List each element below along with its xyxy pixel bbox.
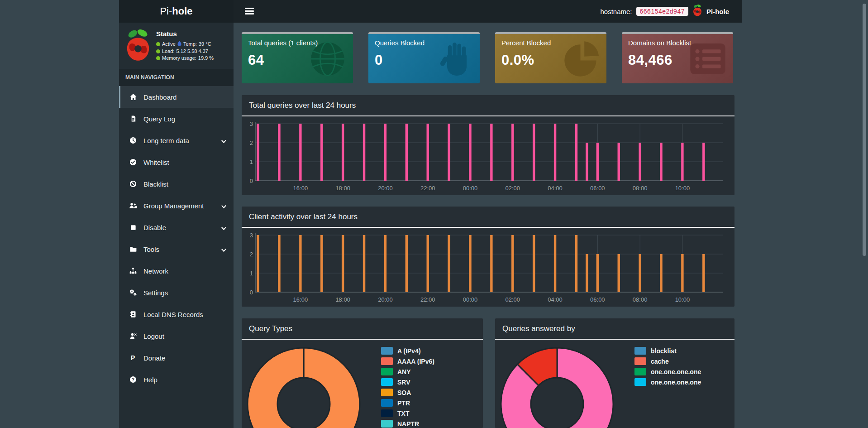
- legend-item-ptr[interactable]: PTR: [381, 398, 434, 408]
- sidebar-item-settings[interactable]: Settings: [119, 282, 234, 303]
- legend-item-one-one-one-one[interactable]: one.one.one.one: [634, 366, 701, 377]
- legend-item-txt[interactable]: TXT: [381, 408, 434, 418]
- legend-swatch: [381, 368, 393, 375]
- legend-item-srv[interactable]: SRV: [381, 377, 434, 387]
- file-text-icon: [129, 115, 138, 122]
- legend-swatch: [381, 357, 393, 365]
- svg-text:16:00: 16:00: [293, 296, 308, 303]
- sidebar-item-help[interactable]: ?Help: [119, 369, 234, 390]
- stat-card-value: 84,466: [628, 52, 727, 68]
- sidebar-item-label: Group Management: [143, 202, 204, 210]
- sidebar-item-disable[interactable]: Disable: [119, 216, 234, 238]
- sidebar-item-tools[interactable]: Tools: [119, 238, 234, 260]
- stat-card-domains-on-blocklist[interactable]: Domains on Blocklist84,466: [622, 32, 733, 83]
- query-types-donut-chart[interactable]: [242, 339, 483, 428]
- stat-card-total-queries-1-clients[interactable]: Total queries (1 clients)64: [242, 32, 353, 83]
- svg-text:P: P: [131, 354, 135, 361]
- svg-text:06:00: 06:00: [590, 296, 605, 303]
- check-circle-icon: [129, 159, 138, 166]
- svg-text:?: ?: [132, 377, 134, 382]
- svg-text:06:00: 06:00: [590, 185, 605, 192]
- paypal-icon: P: [129, 354, 138, 361]
- sidebar-item-logout[interactable]: Logout: [119, 325, 234, 347]
- svg-text:0: 0: [250, 178, 253, 184]
- svg-text:3: 3: [250, 120, 253, 127]
- stat-card-queries-blocked[interactable]: Queries Blocked0: [368, 32, 480, 83]
- hostname-badge: 666154e2d947: [636, 7, 688, 16]
- sidebar-item-donate[interactable]: PDonate: [119, 347, 234, 369]
- legend-label: one.one.one.one: [651, 368, 701, 375]
- svg-text:02:00: 02:00: [506, 296, 520, 303]
- legend-swatch: [381, 409, 393, 417]
- status-dot-icon: [156, 49, 160, 53]
- legend-item-one-one-one-one[interactable]: one.one.one.one: [634, 377, 701, 387]
- legend-item-soa[interactable]: SOA: [381, 387, 434, 398]
- legend-label: SRV: [397, 379, 410, 386]
- status-row-load: Load: 5.12 5.58 4.37: [156, 48, 214, 54]
- raspberry-logo: [124, 28, 152, 63]
- sidebar-item-label: Whitelist: [143, 159, 169, 166]
- sidebar-item-local-dns-records[interactable]: Local DNS Records: [119, 303, 234, 325]
- client-activity-chart[interactable]: 012316:0018:0020:0022:0000:0002:0004:000…: [249, 229, 727, 305]
- panel-title: Total queries over last 24 hours: [242, 95, 734, 116]
- sidebar-item-group-management[interactable]: Group Management: [119, 195, 234, 216]
- legend-label: TXT: [397, 410, 409, 417]
- legend-label: cache: [651, 358, 669, 365]
- brand-prefix: Pi-: [160, 5, 172, 17]
- stat-card-percent-blocked[interactable]: Percent Blocked0.0%: [495, 32, 606, 83]
- legend-item-any[interactable]: ANY: [381, 366, 434, 377]
- svg-text:04:00: 04:00: [548, 185, 563, 192]
- sidebar-item-query-log[interactable]: Query Log: [119, 108, 234, 130]
- legend-label: one.one.one.one: [651, 379, 701, 386]
- status-row-memory: Memory usage: 19.9 %: [156, 55, 214, 61]
- status-active-label: Active: [162, 41, 176, 47]
- legend-item-aaaa-ipv6[interactable]: AAAA (IPv6): [381, 356, 434, 366]
- hamburger-icon: [245, 8, 254, 9]
- sidebar-item-blacklist[interactable]: Blacklist: [119, 173, 234, 195]
- svg-text:10:00: 10:00: [675, 296, 690, 303]
- sidebar-item-label: Network: [143, 267, 168, 275]
- sidebar-item-label: Long term data: [143, 137, 189, 144]
- legend-item-cache[interactable]: cache: [634, 356, 701, 366]
- stat-card-value: 64: [248, 52, 347, 68]
- folder-icon: [129, 246, 138, 253]
- svg-text:20:00: 20:00: [378, 296, 393, 303]
- main-navigation: DashboardQuery LogLong term dataWhitelis…: [119, 86, 234, 390]
- svg-text:10:00: 10:00: [675, 185, 690, 192]
- legend-swatch: [381, 378, 393, 386]
- svg-text:22:00: 22:00: [420, 296, 435, 303]
- address-book-icon: [129, 311, 138, 318]
- users-gear-icon: [129, 202, 138, 209]
- pihole-dashboard: Pi-hole hostname: 666154e2d947 Pi-hole S…: [0, 0, 868, 428]
- sidebar-item-network[interactable]: Network: [119, 260, 234, 282]
- total-queries-chart[interactable]: 012316:0018:0020:0022:0000:0002:0004:000…: [249, 118, 727, 194]
- vertical-scrollbar[interactable]: [863, 4, 866, 256]
- sidebar-item-label: Donate: [143, 354, 165, 362]
- legend-swatch: [381, 420, 393, 428]
- legend-item-blocklist[interactable]: blocklist: [634, 346, 701, 356]
- sidebar-item-label: Logout: [143, 332, 164, 340]
- legend-label: SOA: [397, 389, 411, 396]
- pihole-logo-icon: [692, 4, 702, 19]
- legend-label: blocklist: [651, 347, 677, 355]
- sidebar-item-dashboard[interactable]: Dashboard: [119, 86, 234, 108]
- menu-toggle-button[interactable]: [245, 8, 254, 15]
- sidebar: Status Active Temp: 39 °C Load: 5.12 5.5…: [119, 23, 234, 428]
- sidebar-item-label: Help: [143, 376, 157, 384]
- sidebar-item-label: Disable: [143, 224, 166, 231]
- status-row-active: Active Temp: 39 °C: [156, 41, 214, 47]
- legend-item-naptr[interactable]: NAPTR: [381, 418, 434, 428]
- svg-text:3: 3: [250, 232, 253, 239]
- svg-text:1: 1: [250, 270, 253, 277]
- sidebar-item-label: Tools: [143, 245, 159, 253]
- status-title: Status: [156, 30, 214, 38]
- legend-item-a-ipv4[interactable]: A (IPv4): [381, 346, 434, 356]
- svg-text:04:00: 04:00: [548, 296, 563, 303]
- brand-logo[interactable]: Pi-hole: [119, 0, 234, 23]
- legend-label: NAPTR: [397, 420, 419, 428]
- sidebar-item-long-term-data[interactable]: Long term data: [119, 130, 234, 151]
- sidebar-item-whitelist[interactable]: Whitelist: [119, 151, 234, 173]
- svg-text:00:00: 00:00: [463, 185, 478, 192]
- stat-card-value: 0: [375, 52, 473, 68]
- legend-label: PTR: [397, 399, 410, 407]
